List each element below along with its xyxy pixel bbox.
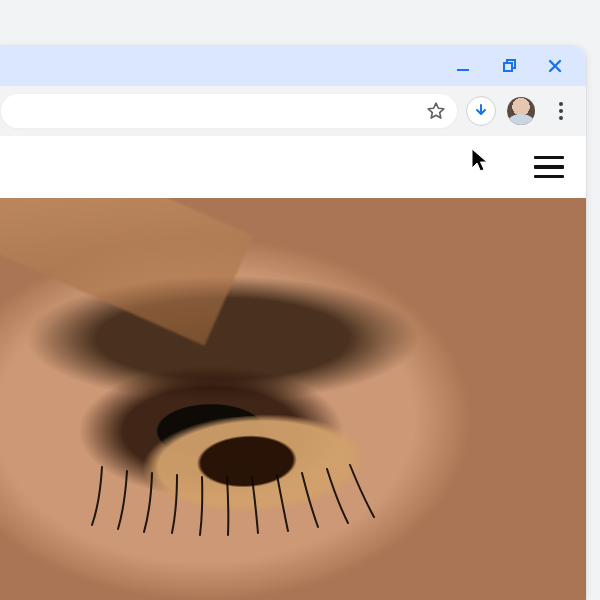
- svg-rect-1: [504, 63, 512, 71]
- restore-button[interactable]: [486, 46, 532, 86]
- kebab-icon: [559, 102, 563, 120]
- restore-icon: [501, 58, 517, 74]
- browser-toolbar: [0, 86, 586, 136]
- downloads-button[interactable]: [464, 94, 498, 128]
- svg-rect-0: [457, 69, 469, 71]
- site-menu-button[interactable]: [534, 156, 564, 179]
- avatar: [507, 97, 535, 125]
- profile-button[interactable]: [504, 94, 538, 128]
- site-header: [0, 136, 586, 198]
- chrome-menu-button[interactable]: [544, 94, 578, 128]
- close-icon: [547, 58, 563, 74]
- address-bar[interactable]: [0, 93, 458, 129]
- browser-window: [0, 46, 586, 600]
- tab-strip: [0, 46, 586, 86]
- downloads-icon: [466, 96, 496, 126]
- cursor-icon: [470, 148, 490, 174]
- minimize-icon: [455, 58, 471, 74]
- hero-image: [0, 198, 586, 600]
- close-button[interactable]: [532, 46, 578, 86]
- bookmark-star-icon[interactable]: [425, 100, 447, 122]
- minimize-button[interactable]: [440, 46, 486, 86]
- page-content: [0, 136, 586, 600]
